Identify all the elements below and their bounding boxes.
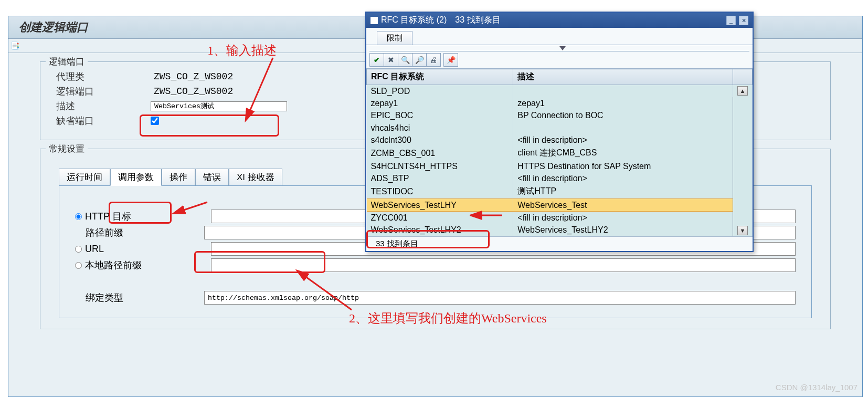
- popup-subtitle: 33 找到条目: [455, 15, 500, 26]
- scroll-head: [733, 69, 753, 85]
- path-prefix-label: 路径前缀: [86, 226, 204, 239]
- tab-errors[interactable]: 错误: [195, 169, 229, 185]
- desc-label: 描述: [56, 100, 151, 112]
- cell-rfc: zepay1: [367, 97, 513, 109]
- scroll-down-icon[interactable]: ▼: [737, 226, 748, 235]
- table-row[interactable]: EPIC_BOCBP Connection to BOC: [367, 110, 753, 122]
- col-rfc[interactable]: RFC 目标系统: [367, 69, 513, 85]
- cell-desc: 测试HTTP: [513, 184, 733, 198]
- port-name-label: 逻辑端口: [56, 85, 151, 98]
- cell-desc: <fill in description>: [513, 172, 733, 184]
- cell-desc: [513, 85, 733, 98]
- table-row[interactable]: s4dclnt300<fill in description>: [367, 134, 753, 146]
- http-target-label: HTTP 目标: [85, 210, 211, 223]
- tab-runtime[interactable]: 运行时间: [59, 169, 110, 185]
- cell-rfc: EPIC_BOC: [367, 110, 513, 122]
- cell-rfc: ZCMB_CBS_001: [367, 146, 513, 160]
- cell-rfc: SLD_POD: [367, 85, 513, 98]
- print-icon[interactable]: 🖨: [426, 53, 441, 67]
- search-plus-icon[interactable]: 🔎: [412, 53, 427, 67]
- url-radio[interactable]: [75, 246, 82, 253]
- cell-rfc: WebServices_TestLHY: [367, 198, 513, 211]
- settings-fieldset-legend: 常规设置: [46, 143, 88, 155]
- accept-icon[interactable]: ✔: [369, 53, 384, 67]
- cell-desc: client 连接CMB_CBS: [513, 146, 733, 160]
- popup-tab-restrict[interactable]: 限制: [377, 31, 412, 45]
- port-fieldset-legend: 逻辑端口: [46, 56, 88, 68]
- table-row[interactable]: TESTIDOC测试HTTP: [367, 184, 753, 198]
- cell-rfc: s4dclnt300: [367, 134, 513, 146]
- table-row[interactable]: WebServices_TestLHY2WebServices_TestLHY2: [367, 224, 753, 236]
- cell-desc: BP Connection to BOC: [513, 110, 733, 122]
- cell-rfc: ZYCC001: [367, 212, 513, 224]
- binding-type-input[interactable]: [204, 291, 796, 305]
- popup-divider: [369, 45, 749, 51]
- proxy-class-label: 代理类: [56, 70, 151, 83]
- url-label: URL: [85, 244, 211, 255]
- tab-call-params[interactable]: 调用参数: [110, 169, 162, 186]
- cell-rfc: TESTIDOC: [367, 184, 513, 198]
- scrollbar[interactable]: ▲▼: [733, 85, 753, 237]
- cell-desc: WebServices_TestLHY2: [513, 224, 733, 236]
- cell-desc: [513, 122, 733, 134]
- local-path-label: 本地路径前缀: [85, 259, 211, 271]
- cell-rfc: ADS_BTP: [367, 172, 513, 184]
- cell-desc: WebServices_Test: [513, 198, 733, 211]
- tab-operations[interactable]: 操作: [162, 169, 195, 185]
- popup-title-text: RFC 目标系统 (2): [381, 15, 447, 26]
- table-row[interactable]: vhcals4hci: [367, 122, 753, 134]
- proxy-class-value: ZWS_CO_Z_WS002: [151, 71, 340, 82]
- popup-lead-icon: [371, 17, 378, 24]
- local-path-radio[interactable]: [75, 262, 82, 269]
- table-row[interactable]: ZYCC001<fill in description>: [367, 212, 753, 224]
- cell-rfc: WebServices_TestLHY2: [367, 224, 513, 236]
- cell-rfc: S4HCLNTS4H_HTTPS: [367, 160, 513, 172]
- cell-desc: <fill in description>: [513, 134, 733, 146]
- search-icon[interactable]: 🔍: [398, 53, 412, 67]
- cell-desc: HTTPS Destination for SAP System: [513, 160, 733, 172]
- popup-titlebar: RFC 目标系统 (2) 33 找到条目 _ ✕: [366, 13, 753, 28]
- port-name-value: ZWS_CO_Z_WS002: [151, 86, 340, 97]
- close-icon[interactable]: ✕: [739, 16, 748, 25]
- table-row[interactable]: WebServices_TestLHYWebServices_Test: [367, 198, 753, 211]
- hierarchy-icon[interactable]: 📑: [10, 41, 19, 50]
- table-row[interactable]: zepay1zepay1: [367, 97, 753, 109]
- default-port-label: 缺省端口: [56, 114, 151, 127]
- popup-toolbar: ✔ ✖ 🔍 🔎 🖨 📌: [366, 51, 753, 69]
- cell-rfc: vhcals4hci: [367, 122, 513, 134]
- default-port-checkbox[interactable]: [151, 117, 159, 125]
- http-target-radio[interactable]: [75, 213, 82, 220]
- rfc-table: RFC 目标系统 描述 SLD_POD▲▼zepay1zepay1EPIC_BO…: [366, 69, 753, 236]
- binding-type-label: 绑定类型: [86, 291, 204, 304]
- col-desc[interactable]: 描述: [513, 69, 733, 85]
- table-row[interactable]: SLD_POD▲▼: [367, 85, 753, 98]
- scroll-up-icon[interactable]: ▲: [737, 86, 748, 96]
- cell-desc: <fill in description>: [513, 212, 733, 224]
- popup-footer: 33 找到条目: [366, 236, 753, 251]
- minimize-icon[interactable]: _: [726, 16, 736, 25]
- table-row[interactable]: ADS_BTP<fill in description>: [367, 172, 753, 184]
- local-path-input[interactable]: [211, 258, 796, 272]
- cell-desc: zepay1: [513, 97, 733, 109]
- cancel-icon[interactable]: ✖: [384, 53, 398, 67]
- rfc-popup: RFC 目标系统 (2) 33 找到条目 _ ✕ 限制 ✔ ✖ 🔍 🔎 🖨 📌 …: [365, 12, 754, 252]
- watermark: CSDN @1314lay_1007: [776, 383, 858, 392]
- tab-xi-receiver[interactable]: XI 接收器: [229, 169, 282, 185]
- table-row[interactable]: ZCMB_CBS_001client 连接CMB_CBS: [367, 146, 753, 160]
- pin-icon[interactable]: 📌: [443, 53, 458, 67]
- table-row[interactable]: S4HCLNTS4H_HTTPSHTTPS Destination for SA…: [367, 160, 753, 172]
- desc-input[interactable]: [151, 101, 287, 111]
